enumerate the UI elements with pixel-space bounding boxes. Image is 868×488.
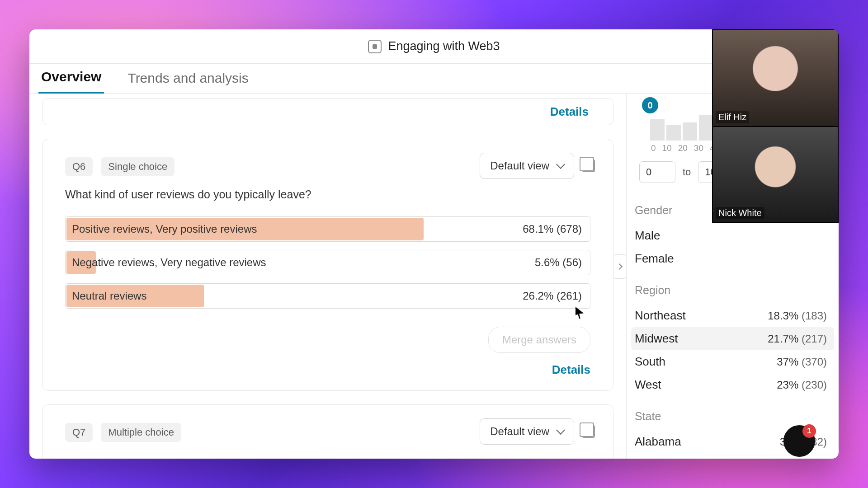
view-dropdown-label: Default view	[490, 425, 549, 438]
question-controls: Default view	[480, 153, 595, 179]
copy-icon[interactable]	[582, 425, 595, 438]
answer-value: 26.2% (261)	[523, 290, 590, 302]
details-link[interactable]: Details	[550, 105, 589, 119]
range-from-input[interactable]	[639, 161, 675, 183]
slider-handle-badge[interactable]: 0	[642, 97, 658, 113]
answer-label: Neutral reviews	[66, 290, 146, 302]
chevron-down-icon	[556, 426, 565, 435]
video-call-overlay[interactable]: Elif Hiz Nick White	[712, 29, 839, 223]
app-window: Engaging with Web3 Sh Overview Trends an…	[29, 29, 839, 459]
question-id-pill: Q6	[65, 157, 93, 176]
project-title: Engaging with Web3	[388, 39, 500, 53]
previous-card-stub: Details	[42, 98, 613, 125]
question-id-pill: Q7	[65, 423, 93, 442]
video-participant[interactable]: Elif Hiz	[713, 30, 838, 126]
answer-label: Negative reviews, Very negative reviews	[66, 256, 266, 269]
participant-name: Elif Hiz	[716, 111, 749, 123]
filter-option-female[interactable]: Female	[631, 247, 834, 270]
project-icon	[368, 40, 382, 53]
tab-trends[interactable]: Trends and analysis	[125, 70, 251, 93]
question-text: What kind of user reviews do you typical…	[65, 188, 590, 201]
intercom-chat-button[interactable]: 1	[783, 425, 815, 457]
filter-section-region: Region	[635, 284, 834, 297]
page-title: Engaging with Web3	[368, 39, 500, 53]
view-dropdown[interactable]: Default view	[480, 418, 574, 445]
answer-value: 68.1% (678)	[523, 223, 590, 235]
answer-row[interactable]: Negative reviews, Very negative reviews …	[65, 250, 590, 275]
answer-value: 5.6% (56)	[535, 256, 590, 269]
question-controls: Default view	[480, 418, 595, 445]
merge-answers-button[interactable]: Merge answers	[488, 327, 590, 353]
answer-label: Positive reviews, Very positive reviews	[66, 223, 257, 235]
collapse-sidebar-button[interactable]	[613, 254, 626, 279]
filter-option-region[interactable]: Midwest 21.7% (217)	[631, 327, 834, 350]
question-card-q7: Q7 Multiple choice Default view	[42, 404, 613, 459]
notification-badge: 1	[802, 424, 816, 438]
view-dropdown[interactable]: Default view	[480, 153, 574, 179]
participant-name: Nick White	[716, 207, 764, 219]
filter-option-region[interactable]: South 37% (370)	[631, 350, 834, 373]
tab-overview[interactable]: Overview	[38, 69, 104, 94]
copy-icon[interactable]	[582, 160, 595, 172]
view-dropdown-label: Default view	[490, 160, 549, 172]
filter-option-region[interactable]: Northeast 18.3% (183)	[631, 304, 834, 327]
filter-section-state: State	[635, 410, 834, 423]
filter-option-region[interactable]: West 23% (230)	[631, 373, 834, 396]
question-type-pill: Single choice	[101, 157, 175, 176]
question-type-pill: Multiple choice	[101, 423, 181, 442]
chevron-right-icon	[616, 263, 622, 269]
filter-option-male[interactable]: Male	[631, 224, 834, 247]
answer-row[interactable]: Neutral reviews 26.2% (261)	[65, 283, 590, 309]
question-card-q6: Q6 Single choice Default view What kind …	[42, 139, 613, 391]
chevron-down-icon	[556, 160, 565, 169]
main-pane: Details Q6 Single choice Default view Wh…	[29, 94, 626, 459]
details-link[interactable]: Details	[65, 353, 590, 377]
answer-row[interactable]: Positive reviews, Very positive reviews …	[65, 216, 590, 242]
range-to-label: to	[683, 166, 691, 178]
video-participant[interactable]: Nick White	[713, 126, 838, 222]
